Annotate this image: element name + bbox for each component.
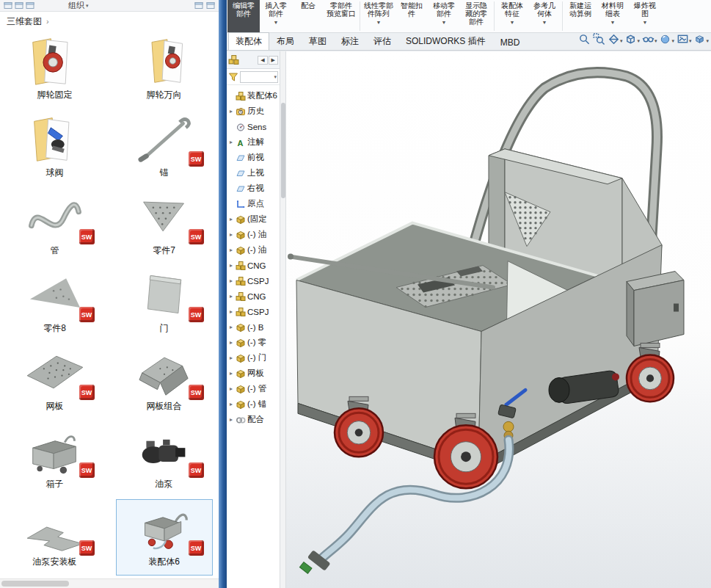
tree-item[interactable]: ▸配合 [227, 412, 280, 427]
tab-solidworks-插件[interactable]: SOLIDWORKS 插件 [398, 32, 493, 50]
library-item[interactable]: SW锚 [116, 110, 213, 186]
filter-input[interactable]: ▾ [240, 71, 278, 83]
filter-funnel-icon[interactable] [228, 72, 238, 82]
tree-item[interactable]: Sens [227, 119, 280, 134]
expand-arrow-icon[interactable]: ▸ [228, 370, 234, 377]
expand-arrow-icon[interactable]: ▸ [228, 277, 234, 284]
ribbon-button[interactable]: 编辑零部件 [227, 0, 260, 33]
window-splitter[interactable] [219, 0, 227, 588]
expand-arrow-icon[interactable]: ▸ [228, 416, 234, 423]
ribbon-button[interactable]: 新建运动算例 [564, 0, 597, 33]
ribbon-button[interactable]: 爆炸视图▼ [629, 0, 661, 33]
tree-item[interactable]: 上视 [227, 165, 280, 181]
tab-mbd[interactable]: MBD [493, 35, 528, 50]
zoom-fit-button[interactable] [578, 33, 591, 48]
tab-草图[interactable]: 草图 [302, 32, 334, 50]
panel-collapse-left-button[interactable]: ◀ [258, 56, 267, 65]
library-item[interactable]: SW管 [7, 188, 103, 264]
library-item[interactable]: SW网板 [7, 344, 103, 420]
expand-arrow-icon[interactable]: ▸ [228, 216, 234, 222]
tree-vertical-scrollbar[interactable] [280, 51, 286, 588]
ribbon-button[interactable]: 参考几何体▼ [528, 0, 561, 33]
expand-arrow-icon[interactable]: ▸ [228, 401, 234, 407]
library-item[interactable]: 球阀 [7, 110, 103, 186]
tab-布局[interactable]: 布局 [269, 32, 302, 50]
library-item[interactable]: 脚轮固定 [7, 32, 103, 109]
expand-arrow-icon[interactable]: ▸ [228, 108, 234, 115]
hide-show-items-button[interactable]: ▾ [642, 33, 657, 48]
expand-arrow-icon[interactable]: ▸ [228, 308, 234, 315]
expand-arrow-icon[interactable]: ▸ [228, 339, 234, 346]
library-item[interactable]: SW零件7 [116, 188, 213, 264]
tree-item[interactable]: ▸CNG [227, 288, 280, 304]
section-view-button[interactable]: ▾ [608, 33, 623, 48]
ribbon-button[interactable]: 智能扣件 [395, 0, 428, 33]
organize-menu[interactable]: 组织 ▾ [68, 0, 89, 11]
assembly-model[interactable] [288, 73, 684, 574]
ribbon-button[interactable]: 零部件预览窗口 [324, 0, 358, 33]
tree-item[interactable]: 原点 [227, 196, 280, 211]
tree-item[interactable]: 右视 [227, 181, 280, 196]
expand-arrow-icon[interactable]: ▸ [228, 355, 234, 361]
breadcrumb-path[interactable]: 三维套图 [7, 15, 42, 28]
scrollbar-thumb[interactable] [281, 103, 285, 198]
ribbon-button[interactable]: 配合 [292, 0, 324, 33]
tree-item[interactable]: ▸(固定 [227, 211, 280, 227]
ribbon-button[interactable]: 移动零部件▼ [428, 0, 460, 33]
tab-标注[interactable]: 标注 [334, 32, 366, 50]
library-item[interactable]: SW箱子 [7, 421, 103, 498]
expand-arrow-icon[interactable]: ▸ [228, 139, 234, 145]
panel-collapse-right-button[interactable]: ▶ [269, 56, 278, 65]
window-icon[interactable] [4, 1, 12, 10]
horizontal-scrollbar[interactable] [0, 578, 219, 588]
tree-item[interactable]: ▸A注解 [227, 134, 280, 150]
zoom-area-button[interactable] [593, 33, 605, 48]
view-orientation-cube-button[interactable]: ▾ [693, 33, 709, 48]
tree-item[interactable]: ▸(-) 油 [227, 242, 280, 258]
window-icon[interactable] [15, 1, 23, 10]
tab-装配体[interactable]: 装配体 [228, 32, 269, 50]
library-item[interactable]: SW网板组合 [116, 344, 213, 420]
expand-arrow-icon[interactable]: ▸ [228, 247, 234, 253]
scrollbar-thumb[interactable] [1, 581, 69, 587]
ribbon-button[interactable]: 插入零部件▼ [260, 0, 292, 33]
display-style-button[interactable]: ▾ [624, 33, 640, 48]
tree-item[interactable]: ▸CSPJ [227, 304, 280, 319]
tree-item[interactable]: ▸CSPJ [227, 273, 280, 288]
window-icon[interactable] [26, 1, 34, 10]
viewport-canvas[interactable] [286, 51, 711, 588]
tree-item[interactable]: ▸网板 [227, 366, 280, 381]
ribbon-button[interactable]: 装配体特征▼ [496, 0, 528, 33]
library-item[interactable]: SW门 [116, 266, 213, 342]
tree-item[interactable]: ▸(-) 门 [227, 350, 280, 366]
apply-scene-button[interactable]: ▾ [677, 33, 692, 48]
help-icon[interactable] [206, 1, 215, 10]
library-item[interactable]: SW零件8 [7, 266, 103, 342]
tab-评估[interactable]: 评估 [366, 32, 398, 50]
graphics-viewport[interactable] [286, 51, 711, 588]
tree-item[interactable]: ▸(-) 锚 [227, 396, 280, 412]
expand-arrow-icon[interactable]: ▸ [228, 231, 234, 238]
tree-item[interactable]: ▸(-) 油 [227, 227, 280, 242]
expand-arrow-icon[interactable]: ▸ [228, 385, 234, 392]
tree-item[interactable]: 装配体6 [227, 88, 280, 104]
library-item[interactable]: SW油泵 [116, 421, 213, 498]
expand-arrow-icon[interactable]: ▸ [228, 262, 234, 269]
ribbon-button[interactable]: 线性零部件阵列▼ [362, 0, 395, 33]
tree-item[interactable]: ▸CNG [227, 258, 280, 273]
edit-appearance-button[interactable]: ▾ [659, 33, 674, 48]
ribbon-button[interactable]: 显示隐藏的零部件 [460, 0, 492, 33]
side-control-box[interactable] [627, 272, 684, 346]
view-icon[interactable] [194, 1, 203, 10]
expand-arrow-icon[interactable]: ▸ [228, 324, 234, 330]
breadcrumb[interactable]: 三维套图 › [0, 12, 219, 31]
library-item[interactable]: SW油泵安装板 [7, 499, 103, 576]
expand-arrow-icon[interactable]: ▸ [228, 293, 234, 300]
tree-item[interactable]: ▸(-) B [227, 319, 280, 335]
tree-item[interactable]: ▸历史 [227, 104, 280, 119]
tree-item[interactable]: ▸(-) 零 [227, 335, 280, 350]
tree-item[interactable]: 前视 [227, 150, 280, 165]
library-item[interactable]: 脚轮万向 [116, 32, 213, 109]
library-item[interactable]: SW装配体6 [116, 499, 213, 576]
feature-manager-tab-icon[interactable] [228, 54, 239, 65]
